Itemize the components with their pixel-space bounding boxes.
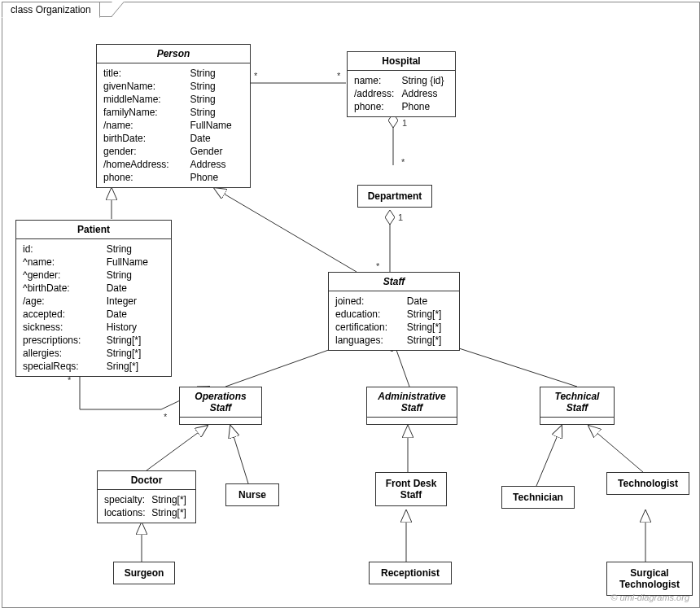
class-hospital: Hospital name:String {id} /address:Addre… bbox=[347, 51, 456, 117]
diagram-frame: class Organization bbox=[2, 2, 700, 608]
mult-dept-staff-star: * bbox=[376, 261, 379, 271]
mult-person-hospital-l: * bbox=[254, 71, 257, 81]
class-frontdesk: Front Desk Staff bbox=[375, 472, 447, 506]
class-patient-title: Patient bbox=[16, 221, 171, 239]
class-staff-title: Staff bbox=[329, 273, 459, 291]
mult-dept-staff-1: 1 bbox=[398, 212, 403, 222]
class-technologist: Technologist bbox=[606, 472, 689, 495]
class-receptionist: Receptionist bbox=[369, 562, 452, 584]
class-nurse: Nurse bbox=[225, 483, 279, 506]
svg-line-11 bbox=[147, 426, 208, 470]
svg-line-12 bbox=[230, 426, 248, 483]
mult-patient-ops-l: * bbox=[68, 375, 71, 385]
svg-line-15 bbox=[588, 426, 643, 472]
class-person-attrs: title:String givenName:String middleName… bbox=[102, 67, 245, 184]
class-ops-staff: Operations Staff bbox=[179, 387, 262, 425]
class-staff: Staff joined:Date education:String[*] ce… bbox=[328, 272, 460, 351]
svg-line-2 bbox=[214, 188, 357, 272]
class-department: Department bbox=[357, 185, 432, 208]
class-hospital-title: Hospital bbox=[348, 52, 455, 71]
class-staff-attrs: joined:Date education:String[*] certific… bbox=[334, 295, 454, 347]
class-surgeon: Surgeon bbox=[113, 562, 175, 584]
class-tech-staff: Technical Staff bbox=[540, 387, 615, 425]
mult-hosp-dept-1: 1 bbox=[402, 118, 407, 128]
class-surgtech: Surgical Technologist bbox=[606, 562, 693, 596]
class-hospital-attrs: name:String {id} /address:Address phone:… bbox=[352, 74, 450, 113]
class-person: Person title:String givenName:String mid… bbox=[96, 44, 251, 188]
watermark: © uml-diagrams.org bbox=[610, 593, 689, 602]
class-tech-staff-title: Technical Staff bbox=[540, 387, 614, 417]
class-doctor: Doctor specialty:String[*] locations:Str… bbox=[97, 470, 196, 523]
class-technician: Technician bbox=[501, 486, 575, 509]
mult-person-hospital-r: * bbox=[337, 71, 340, 81]
class-doctor-attrs: specialty:String[*] locations:String[*] bbox=[103, 493, 190, 519]
class-patient: Patient id:String ^name:FullName ^gender… bbox=[15, 220, 172, 377]
mult-patient-ops-r: * bbox=[164, 412, 167, 422]
class-person-title: Person bbox=[97, 45, 250, 63]
class-patient-attrs: id:String ^name:FullName ^gender:String … bbox=[21, 243, 166, 373]
class-admin-staff: Administrative Staff bbox=[366, 387, 457, 425]
svg-line-14 bbox=[536, 426, 562, 486]
class-doctor-title: Doctor bbox=[98, 471, 195, 490]
mult-hosp-dept-star: * bbox=[401, 157, 405, 167]
class-admin-staff-title: Administrative Staff bbox=[367, 387, 457, 417]
class-ops-staff-title: Operations Staff bbox=[180, 387, 261, 417]
